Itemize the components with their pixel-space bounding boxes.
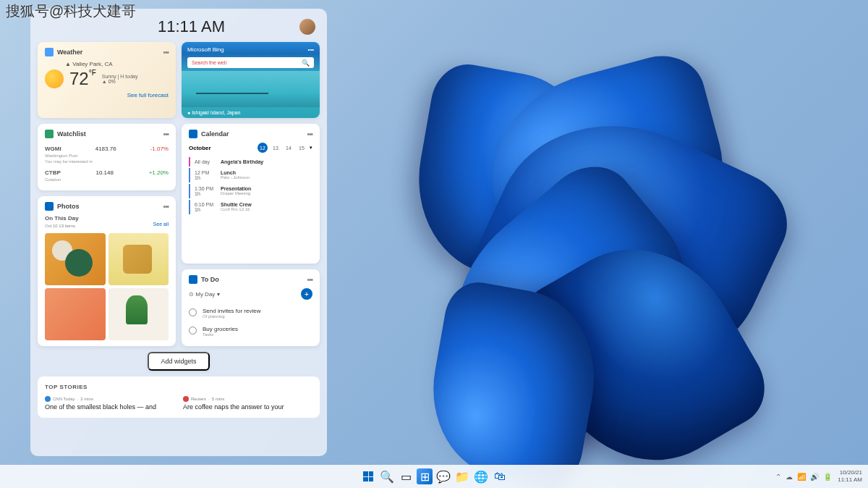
todo-item[interactable]: Buy groceriesTasks <box>189 322 312 340</box>
todo-title: To Do <box>201 276 303 283</box>
calendar-day[interactable]: 14 <box>284 143 294 153</box>
calendar-icon <box>189 130 197 138</box>
finance-icon <box>45 130 54 138</box>
panel-clock: 11:11 AM <box>158 17 225 36</box>
news-item[interactable]: CNN Today · 2 mins One of the smallest b… <box>45 396 174 411</box>
weather-widget[interactable]: Weather ••• ▲ Valley Park, CA 72°F Sunny… <box>38 42 176 118</box>
weather-icon <box>45 48 54 56</box>
start-button[interactable] <box>360 468 376 484</box>
taskbar-clock[interactable]: 10/20/21 11:11 AM <box>838 469 862 483</box>
see-all-link[interactable]: See all <box>153 222 169 227</box>
more-icon[interactable]: ••• <box>307 130 312 138</box>
news-headline: Are coffee naps the answer to your <box>183 403 312 411</box>
bing-widget[interactable]: Microsoft Bing ••• Search the web 🔍 ● Is… <box>182 42 320 118</box>
todo-list-selector[interactable]: ⊙ My Day ▾ <box>189 291 220 298</box>
todo-item[interactable]: Send invites for reviewOf planning <box>189 304 312 322</box>
volume-icon[interactable]: 🔊 <box>810 473 819 481</box>
news-heading: TOP STORIES <box>45 384 312 390</box>
user-avatar[interactable] <box>299 19 315 35</box>
calendar-widget[interactable]: Calendar ••• October 12 13 14 15 ▾ All d… <box>182 124 320 264</box>
weather-location: ▲ Valley Park, CA <box>65 61 169 67</box>
checkbox-icon[interactable] <box>189 327 197 335</box>
news-item[interactable]: Reuters · 5 mins Are coffee naps the ans… <box>183 396 312 411</box>
calendar-event[interactable]: 6:10 PM 1hShuttle CrewConf Rm 12:16 <box>189 200 312 214</box>
battery-icon[interactable]: 🔋 <box>823 473 832 481</box>
calendar-day[interactable]: 15 <box>297 143 307 153</box>
photo-thumbnail[interactable] <box>109 233 169 285</box>
finance-title: Watchlist <box>57 130 159 138</box>
sun-icon <box>45 70 64 88</box>
source-icon <box>183 396 189 402</box>
add-task-button[interactable]: + <box>301 288 312 300</box>
photo-thumbnail[interactable] <box>109 288 169 340</box>
photos-subtitle: On This Day <box>45 215 169 222</box>
weather-temp: 72 <box>69 69 89 88</box>
calendar-title: Calendar <box>201 130 303 138</box>
task-view-button[interactable]: ▭ <box>398 468 414 484</box>
photos-title: Photos <box>57 203 159 210</box>
widgets-button[interactable]: ⊞ <box>417 468 433 484</box>
chat-icon[interactable]: 💬 <box>435 468 451 484</box>
bing-search-input[interactable]: Search the web 🔍 <box>187 57 314 68</box>
chevron-up-icon[interactable]: ⌃ <box>775 473 781 481</box>
more-icon[interactable]: ••• <box>163 203 169 211</box>
weather-title: Weather <box>57 49 159 56</box>
wifi-icon[interactable]: 📶 <box>797 473 806 481</box>
system-tray[interactable]: ⌃ ☁ 📶 🔊 🔋 <box>775 473 832 481</box>
checkbox-icon[interactable] <box>189 308 197 316</box>
news-headline: One of the smallest black holes — and <box>45 403 174 411</box>
photo-thumbnail[interactable] <box>45 288 106 340</box>
photo-thumbnail[interactable] <box>45 233 106 285</box>
search-placeholder: Search the web <box>192 60 302 65</box>
explorer-icon[interactable]: 📁 <box>454 468 470 484</box>
calendar-day[interactable]: 13 <box>271 143 281 153</box>
search-icon[interactable]: 🔍 <box>302 59 310 67</box>
calendar-month: October <box>189 145 255 151</box>
watermark-text: 搜狐号@科技犬建哥 <box>6 1 136 21</box>
calendar-event[interactable]: 1:30 PM 1hPresentationDraper Meeting <box>189 184 312 198</box>
calendar-event[interactable]: All dayAngela's Birthday <box>189 157 312 167</box>
photos-widget[interactable]: Photos ••• On This Day Oct 10 13 items S… <box>38 196 176 346</box>
bing-title: Microsoft Bing <box>187 46 224 53</box>
photos-meta: Oct 10 13 items <box>45 224 75 228</box>
photos-icon <box>45 202 54 211</box>
todo-icon <box>189 275 197 284</box>
widgets-panel: 11:11 AM Weather ••• ▲ Valley Park, CA 7… <box>30 9 327 456</box>
news-section: TOP STORIES CNN Today · 2 mins One of th… <box>38 376 320 418</box>
more-icon[interactable]: ••• <box>308 46 314 53</box>
search-button[interactable]: 🔍 <box>379 468 395 484</box>
todo-widget[interactable]: To Do ••• ⊙ My Day ▾ + Send invites for … <box>182 269 320 346</box>
taskbar: 🔍 ▭ ⊞ 💬 📁 🌐 🛍 ⌃ ☁ 📶 🔊 🔋 10/20/21 11:11 A… <box>0 465 868 488</box>
forecast-link[interactable]: See full forecast <box>45 92 169 98</box>
store-icon[interactable]: 🛍 <box>492 468 508 484</box>
add-widgets-button[interactable]: Add widgets <box>148 352 209 371</box>
more-icon[interactable]: ••• <box>307 276 312 284</box>
source-icon <box>45 396 51 402</box>
more-icon[interactable]: ••• <box>163 49 169 56</box>
calendar-event[interactable]: 12 PM 1hLunchPalo - Johnson <box>189 168 312 182</box>
bing-caption: ● Ishigaki Island, Japan <box>182 107 320 118</box>
bing-image <box>182 71 320 107</box>
chevron-down-icon[interactable]: ▾ <box>310 145 312 151</box>
weather-desc: Sunny | H today <box>102 74 138 79</box>
edge-icon[interactable]: 🌐 <box>473 468 489 484</box>
calendar-day[interactable]: 12 <box>258 143 268 153</box>
finance-widget[interactable]: Watchlist ••• WGMI 4183.76 -1.07% Washin… <box>38 124 176 190</box>
more-icon[interactable]: ••• <box>163 130 169 138</box>
onedrive-icon[interactable]: ☁ <box>786 473 793 481</box>
